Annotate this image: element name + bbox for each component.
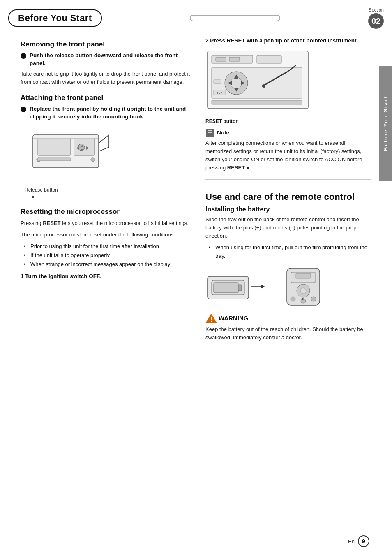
list-item: When using for the first time, pull out … bbox=[209, 243, 371, 260]
header-center bbox=[102, 15, 368, 21]
right-column: 2 Press RESET with a pen tip or other po… bbox=[205, 37, 371, 345]
note-icon bbox=[205, 128, 214, 137]
front-panel-svg bbox=[21, 127, 111, 180]
resetting-body1: Pressing RESET lets you reset the microp… bbox=[21, 219, 193, 227]
bullet-dot bbox=[21, 53, 26, 59]
small-square-icon: ■ bbox=[30, 194, 36, 200]
note-header: Note bbox=[205, 128, 371, 137]
step2-heading: 2 Press RESET with a pen tip or other po… bbox=[205, 37, 371, 45]
resetting-title: Resetting the microprocessor bbox=[21, 208, 193, 216]
warning-box: ! WARNING Keep the battery out of the re… bbox=[205, 313, 371, 342]
header-tab bbox=[190, 15, 280, 21]
warning-body: Keep the battery out of the reach of chi… bbox=[205, 325, 371, 342]
note-body: After completing connections or when you… bbox=[205, 139, 371, 172]
svg-rect-44 bbox=[238, 285, 242, 291]
removing-panel-bullet: Push the release button downward and rel… bbox=[21, 52, 193, 67]
left-column: Removing the front panel Push the releas… bbox=[21, 37, 193, 345]
reset-label: RESET button bbox=[205, 118, 371, 124]
battery-bullet-list: When using for the first time, pull out … bbox=[209, 243, 371, 260]
svg-rect-43 bbox=[214, 283, 238, 293]
warning-title: WARNING bbox=[219, 315, 249, 322]
svg-point-52 bbox=[311, 297, 316, 301]
note-title: Note bbox=[217, 130, 229, 136]
note-box: Note After completing connections or whe… bbox=[205, 128, 371, 172]
battery-section-title: Installing the battery bbox=[205, 206, 371, 213]
svg-text:ANS: ANS bbox=[217, 92, 223, 95]
removing-panel-body: Take care not to grip it too tightly or … bbox=[21, 70, 193, 86]
resetting-bullet-list: Prior to using this unit for the first t… bbox=[24, 242, 193, 269]
section-label: Section bbox=[369, 7, 384, 12]
list-item: If the unit fails to operate properly bbox=[24, 251, 193, 259]
svg-point-5 bbox=[91, 158, 95, 162]
section-number: 02 bbox=[368, 13, 384, 29]
svg-point-50 bbox=[291, 297, 295, 301]
svg-rect-29 bbox=[214, 80, 221, 84]
attaching-panel-bullet: Replace the front panel by holding it up… bbox=[21, 105, 193, 121]
list-item: When strange or incorrect messages appea… bbox=[24, 260, 193, 269]
battery-illustration bbox=[205, 266, 371, 307]
page-title: Before You Start bbox=[8, 9, 102, 27]
bullet-dot-2 bbox=[21, 107, 26, 112]
footer: En 9 bbox=[348, 535, 369, 547]
attaching-panel-bullet-text: Replace the front panel by holding it up… bbox=[30, 105, 193, 121]
header-left: Before You Start bbox=[8, 9, 102, 27]
svg-rect-17 bbox=[257, 55, 281, 63]
svg-rect-36 bbox=[206, 129, 214, 137]
battery-tray-svg bbox=[205, 270, 271, 303]
svg-rect-19 bbox=[229, 57, 240, 61]
front-panel-diagram bbox=[21, 127, 193, 181]
svg-point-35 bbox=[263, 85, 265, 87]
footer-lang: En bbox=[348, 538, 355, 544]
warning-header: ! WARNING bbox=[205, 313, 371, 324]
step1-text: 1 Turn the ignition switch OFF. bbox=[21, 273, 193, 279]
release-label: Release button ■ bbox=[25, 187, 193, 200]
header: Before You Start Section 02 bbox=[0, 0, 392, 33]
remote-section-title: Use and care of the remote control bbox=[205, 191, 371, 203]
divider bbox=[205, 179, 371, 180]
removing-panel-bullet-text: Push the release button downward and rel… bbox=[30, 52, 193, 67]
svg-rect-18 bbox=[216, 57, 226, 61]
svg-text:!: ! bbox=[210, 316, 212, 323]
svg-rect-55 bbox=[296, 273, 311, 278]
battery-body: Slide the tray out on the back of the re… bbox=[205, 215, 371, 240]
svg-rect-1 bbox=[38, 139, 71, 155]
main-content: Removing the front panel Push the releas… bbox=[0, 33, 392, 353]
removing-panel-title: Removing the front panel bbox=[21, 40, 193, 49]
svg-line-7 bbox=[99, 147, 109, 151]
svg-line-6 bbox=[99, 135, 109, 143]
remote-svg bbox=[279, 266, 328, 307]
header-right: Section 02 bbox=[368, 7, 384, 29]
list-item: Prior to using this unit for the first t… bbox=[24, 242, 193, 250]
reset-device-diagram: ANS ● bbox=[205, 49, 371, 116]
warning-icon: ! bbox=[205, 313, 217, 324]
svg-point-22 bbox=[231, 77, 242, 89]
resetting-body2: The microprocessor must be reset under t… bbox=[21, 231, 193, 239]
svg-rect-9 bbox=[38, 158, 71, 161]
footer-page: 9 bbox=[358, 535, 369, 547]
svg-point-49 bbox=[300, 288, 306, 294]
attaching-panel-title: Attaching the front panel bbox=[21, 94, 193, 102]
svg-rect-30 bbox=[212, 100, 302, 104]
side-tab: Before You Start bbox=[379, 66, 392, 181]
reset-device-svg: ANS ● bbox=[205, 49, 312, 115]
